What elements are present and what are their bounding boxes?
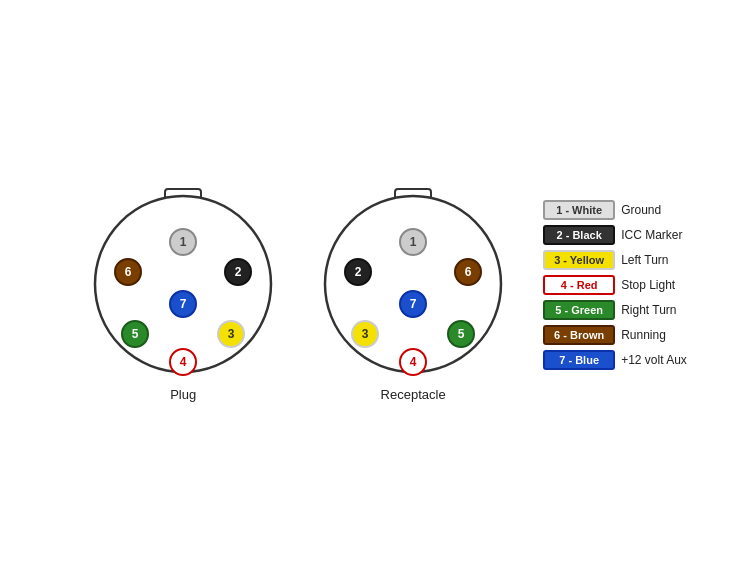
legend-row-5: 5 - GreenRight Turn	[543, 300, 687, 320]
legend-row-6: 6 - BrownRunning	[543, 325, 687, 345]
receptacle-body: 1234567	[313, 179, 513, 379]
legend-row-7: 7 - Blue+12 volt Aux	[543, 350, 687, 370]
legend-row-2: 2 - BlackICC Marker	[543, 225, 687, 245]
receptacle-pin-2: 2	[344, 258, 372, 286]
plug-pin-1: 1	[169, 228, 197, 256]
legend-badge-6: 6 - Brown	[543, 325, 615, 345]
page-container: 1234567 Plug 1234567 Receptacle 1 - Whit…	[0, 0, 750, 580]
legend-desc-3: Left Turn	[621, 253, 668, 267]
plug-pin-5: 5	[121, 320, 149, 348]
receptacle-pin-6: 6	[454, 258, 482, 286]
legend-badge-7: 7 - Blue	[543, 350, 615, 370]
receptacle-pin-1: 1	[399, 228, 427, 256]
legend-desc-4: Stop Light	[621, 278, 675, 292]
plug-label: Plug	[170, 387, 196, 402]
legend-desc-2: ICC Marker	[621, 228, 682, 242]
plug-body: 1234567	[83, 179, 283, 379]
legend-row-1: 1 - WhiteGround	[543, 200, 687, 220]
legend: 1 - WhiteGround2 - BlackICC Marker3 - Ye…	[543, 200, 687, 370]
diagrams-area: 1234567 Plug 1234567 Receptacle	[83, 179, 513, 402]
receptacle-connector: 1234567 Receptacle	[313, 179, 513, 402]
legend-badge-2: 2 - Black	[543, 225, 615, 245]
legend-badge-5: 5 - Green	[543, 300, 615, 320]
receptacle-pin-4: 4	[399, 348, 427, 376]
plug-pin-7: 7	[169, 290, 197, 318]
receptacle-pin-3: 3	[351, 320, 379, 348]
legend-desc-6: Running	[621, 328, 666, 342]
receptacle-pin-7: 7	[399, 290, 427, 318]
legend-desc-7: +12 volt Aux	[621, 353, 687, 367]
receptacle-pin-5: 5	[447, 320, 475, 348]
receptacle-label: Receptacle	[381, 387, 446, 402]
plug-pin-6: 6	[114, 258, 142, 286]
legend-row-3: 3 - YellowLeft Turn	[543, 250, 687, 270]
plug-pin-4: 4	[169, 348, 197, 376]
plug-connector: 1234567 Plug	[83, 179, 283, 402]
plug-pin-2: 2	[224, 258, 252, 286]
legend-badge-4: 4 - Red	[543, 275, 615, 295]
legend-badge-3: 3 - Yellow	[543, 250, 615, 270]
legend-badge-1: 1 - White	[543, 200, 615, 220]
legend-row-4: 4 - RedStop Light	[543, 275, 687, 295]
legend-desc-1: Ground	[621, 203, 661, 217]
legend-desc-5: Right Turn	[621, 303, 676, 317]
plug-pin-3: 3	[217, 320, 245, 348]
